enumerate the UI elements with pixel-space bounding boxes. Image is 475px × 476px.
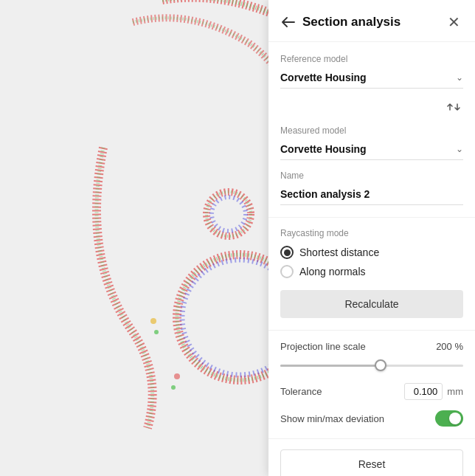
radio-shortest-icon [280, 246, 294, 259]
svg-point-8 [174, 373, 180, 379]
swap-button[interactable] [444, 99, 463, 118]
projection-scale-slider[interactable] [280, 358, 463, 373]
panel-body: Reference model Corvette Housing ⌄ Measu… [268, 42, 475, 476]
radio-shortest-label: Shortest distance [299, 246, 379, 258]
measured-model-group: Measured model Corvette Housing ⌄ [280, 125, 463, 160]
svg-point-2 [212, 197, 246, 231]
panel-header: Section analysis ✕ [268, 0, 475, 42]
radio-along-normals[interactable]: Along normals [280, 265, 463, 278]
swap-row [280, 99, 463, 118]
raycasting-label: Raycasting mode [280, 228, 463, 238]
recalculate-button[interactable]: Recalculate [280, 290, 463, 318]
radio-shortest-distance[interactable]: Shortest distance [280, 246, 463, 259]
svg-point-6 [150, 318, 156, 324]
reference-model-value: Corvette Housing [280, 72, 367, 83]
deviation-toggle-row: Show min/max deviation [280, 410, 463, 427]
tolerance-row: Tolerance 0.100 mm [280, 383, 463, 400]
back-button[interactable] [280, 15, 297, 29]
section-analysis-panel: Section analysis ✕ Reference model Corve… [268, 0, 475, 476]
svg-point-9 [171, 385, 176, 390]
deviation-toggle-switch[interactable] [435, 410, 463, 427]
name-field-group: Name [280, 170, 463, 205]
toggle-knob [449, 413, 461, 424]
reference-model-chevron-icon: ⌄ [456, 72, 463, 83]
reference-model-group: Reference model Corvette Housing ⌄ [280, 54, 463, 89]
reference-model-dropdown[interactable]: Corvette Housing ⌄ [280, 67, 463, 89]
projection-scale-row: Projection line scale 200 % [280, 341, 463, 352]
divider-2 [268, 330, 475, 331]
projection-scale-label: Projection line scale [280, 341, 366, 352]
measured-model-chevron-icon: ⌄ [456, 144, 463, 154]
name-input[interactable] [280, 184, 463, 205]
slider-thumb[interactable] [375, 359, 386, 371]
tolerance-right: 0.100 mm [404, 383, 463, 400]
panel-title: Section analysis [302, 15, 439, 30]
raycasting-radio-group: Shortest distance Along normals [280, 246, 463, 278]
slider-fill [280, 365, 381, 367]
divider-3 [268, 438, 475, 439]
close-button[interactable]: ✕ [445, 13, 463, 31]
slider-track [280, 365, 463, 367]
measured-model-label: Measured model [280, 125, 463, 136]
radio-normals-label: Along normals [299, 266, 366, 277]
projection-scale-value: 200 % [436, 341, 463, 352]
reset-button[interactable]: Reset [280, 449, 463, 476]
deviation-toggle-label: Show min/max deviation [280, 413, 384, 424]
bottom-buttons: Reset Save map [280, 449, 463, 476]
reference-model-label: Reference model [280, 54, 463, 64]
measured-model-dropdown[interactable]: Corvette Housing ⌄ [280, 139, 463, 160]
radio-normals-icon [280, 265, 294, 278]
tolerance-value[interactable]: 0.100 [404, 383, 443, 400]
name-label: Name [280, 170, 463, 181]
tolerance-unit: mm [447, 386, 463, 397]
svg-point-7 [154, 330, 159, 334]
tolerance-label: Tolerance [280, 386, 322, 397]
divider-1 [268, 217, 475, 218]
measured-model-value: Corvette Housing [280, 143, 367, 155]
